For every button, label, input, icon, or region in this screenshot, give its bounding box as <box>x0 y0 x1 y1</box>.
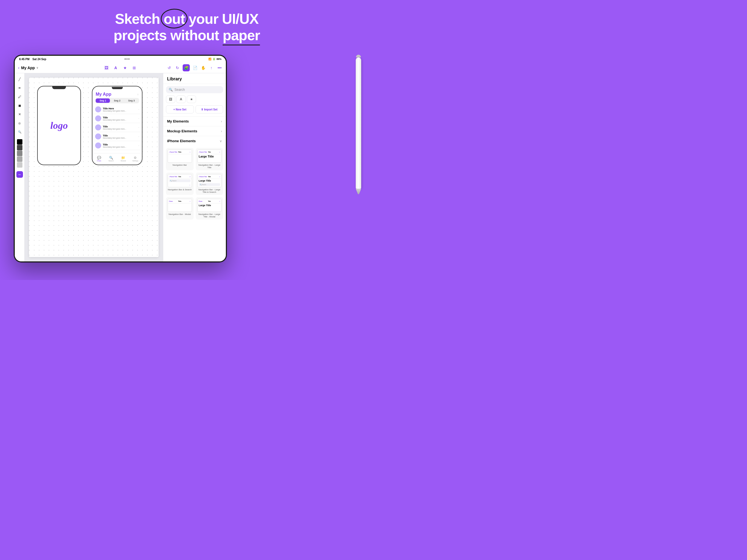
hero-highlight: out <box>163 11 185 27</box>
share-btn[interactable]: ↑ <box>137 93 138 96</box>
color-black[interactable] <box>17 139 22 145</box>
share-icon[interactable]: ↑ <box>208 65 214 71</box>
back-button[interactable]: ‹ <box>18 65 19 70</box>
color-mid[interactable] <box>17 151 22 156</box>
more-tools-btn[interactable]: ••• <box>17 171 23 178</box>
document-icon[interactable]: 📄 <box>192 65 198 71</box>
hero-title: Sketch out your UI/UX projects without p… <box>0 11 374 44</box>
mockup-elements-chevron: › <box>221 129 222 133</box>
list-item-0[interactable]: Title Here Secondary text goes here... › <box>93 105 141 114</box>
hero-line2: projects without paper <box>113 27 260 43</box>
element-nav-large-modal[interactable]: Close Title □ Large Title Navigation Bar… <box>196 197 223 220</box>
filter-image-btn[interactable]: 🖼 <box>166 96 175 103</box>
avatar-1 <box>95 116 101 121</box>
hand-icon[interactable]: ✋ <box>200 65 206 71</box>
element-nav-modal[interactable]: Close Title □ Navigation Bar - Modal <box>166 197 194 220</box>
element-nav-bar[interactable]: ‹ Parent Title Title □ Navigation Bar <box>166 148 194 170</box>
brush-tool[interactable]: 🖊 <box>16 93 24 101</box>
eraser-tool[interactable]: ✕ <box>16 110 24 118</box>
pencil-body <box>356 57 361 189</box>
lib-filter-row: 🖼 A ★ <box>163 96 226 105</box>
color-dark[interactable] <box>17 145 22 150</box>
undo-icon[interactable]: ↺ <box>166 65 172 71</box>
status-icons: 📶 🔋 89% <box>208 58 222 60</box>
chats-label: Chats <box>97 160 101 161</box>
seg-2[interactable]: Seg 2 <box>110 98 124 103</box>
more-icon[interactable]: ••• <box>216 65 223 71</box>
phone-wireframe-2: My App ↑ Seg 1 Seg 2 Seg 3 <box>92 86 143 165</box>
redo-icon[interactable]: ↻ <box>175 65 180 71</box>
list-title-2: Title <box>103 125 137 128</box>
element-nav-bar-large[interactable]: ‹ Parent Title Title □ Large Title Navig… <box>196 148 223 170</box>
star-tool-icon[interactable]: ★ <box>122 65 128 71</box>
nav-large-search-inner: ‹ Parent Title Title □ <box>198 175 222 179</box>
iphone-elements-header[interactable]: iPhone Elements ∨ <box>163 136 226 146</box>
tab-settings[interactable]: ⚙ Settings <box>129 156 141 161</box>
nav-search-inner: ‹ Parent Title Title + <box>168 175 192 179</box>
my-elements-section: My Elements › <box>163 116 226 126</box>
zoom-tool[interactable]: 🔍 <box>16 128 24 136</box>
app-name-label: My App <box>21 66 35 70</box>
grid-tool-icon[interactable]: ⊞ <box>131 65 137 71</box>
search-preview-bar-2: 🔍 Search <box>199 183 221 186</box>
pencil-tool[interactable]: ╱ <box>16 75 24 83</box>
avatar-0 <box>95 106 101 112</box>
list-item-3[interactable]: Title Secondary text goes here... › <box>93 132 141 141</box>
apple-pencil <box>352 55 365 208</box>
image-tool-icon[interactable]: 🖼 <box>103 65 109 71</box>
list-subtitle-0: Secondary text goes here... <box>103 110 137 112</box>
shared-label: Shared <box>121 160 126 161</box>
import-set-button[interactable]: ⬆ Import Set <box>196 105 223 113</box>
tab-search[interactable]: 🔍 Search <box>105 156 117 161</box>
iphone-elements-chevron: ∨ <box>220 139 222 143</box>
search-icon-lib: 🔍 <box>169 88 173 92</box>
seg-1[interactable]: Seg 1 <box>96 98 110 103</box>
seg-3[interactable]: Seg 3 <box>124 98 138 103</box>
chevron-0: › <box>138 108 139 111</box>
color-light[interactable] <box>17 156 22 162</box>
settings-label: Settings <box>132 160 138 161</box>
hero-section: Sketch out your UI/UX projects without p… <box>0 0 374 44</box>
list-item-2[interactable]: Title Secondary text goes here... › <box>93 123 141 132</box>
list-item-1[interactable]: Title Secondary text goes here... › <box>93 114 141 123</box>
tab-chats[interactable]: 💬 Chats <box>93 156 105 161</box>
phone-wireframe-1: logo <box>37 86 81 165</box>
mockup-elements-section: Mockup Elements › <box>163 126 226 136</box>
segmented-control: Seg 1 Seg 2 Seg 3 <box>95 98 139 103</box>
nav-large-modal-preview: Close Title □ Large Title <box>198 199 222 212</box>
mockup-elements-header[interactable]: Mockup Elements › <box>163 126 226 136</box>
puzzle-icon[interactable]: 🧩 <box>183 64 190 71</box>
my-elements-title: My Elements <box>167 119 189 123</box>
list-subtitle-4: Secondary text goes here... <box>103 146 137 148</box>
avatar-4 <box>95 143 101 149</box>
canvas-area[interactable]: logo My App ↑ <box>25 73 163 261</box>
filter-star-btn[interactable]: ★ <box>187 96 196 103</box>
lib-action-row: + New Set ⬆ Import Set <box>163 105 226 116</box>
filter-text-btn[interactable]: A <box>176 96 186 103</box>
nav-search-label: Navigation Bar & Search <box>168 188 192 191</box>
large-title-text: Large Title <box>198 154 222 159</box>
status-time: 6:45 PM Sat 24 Sep <box>19 58 46 61</box>
list-subtitle-2: Secondary text goes here... <box>103 128 137 130</box>
phone-notch-1 <box>52 86 66 89</box>
app-name-dropdown[interactable]: ∨ <box>36 66 38 69</box>
list-title-4: Title <box>103 143 137 146</box>
text-tool-icon[interactable]: A <box>113 65 119 71</box>
lasso-tool[interactable]: ◎ <box>16 119 24 127</box>
library-search-bar[interactable]: 🔍 Search <box>166 86 223 93</box>
highlighter-tool[interactable]: ◼ <box>16 102 24 109</box>
color-swatches <box>17 139 22 168</box>
new-set-button[interactable]: + New Set <box>166 105 194 113</box>
list-item-4[interactable]: Title Secondary text goes here... › <box>93 141 141 150</box>
pen-tool[interactable]: ✒ <box>16 84 24 92</box>
tab-shared[interactable]: 📁 Shared <box>117 156 129 161</box>
my-elements-header[interactable]: My Elements › <box>163 117 226 126</box>
element-nav-large-search[interactable]: ‹ Parent Title Title □ Large Title 🔍 Sea… <box>196 173 223 195</box>
toolbar-right: ↺ ↻ 🧩 📄 ✋ ↑ ••• <box>139 64 223 71</box>
pencil-tip <box>356 189 361 194</box>
search-label: Search <box>108 160 114 161</box>
color-lighter[interactable] <box>17 162 22 168</box>
element-nav-search[interactable]: ‹ Parent Title Title + 🔍 Search ⋮ Naviga… <box>166 173 194 195</box>
list-title-3: Title <box>103 134 137 137</box>
list-title-1: Title <box>103 116 137 119</box>
